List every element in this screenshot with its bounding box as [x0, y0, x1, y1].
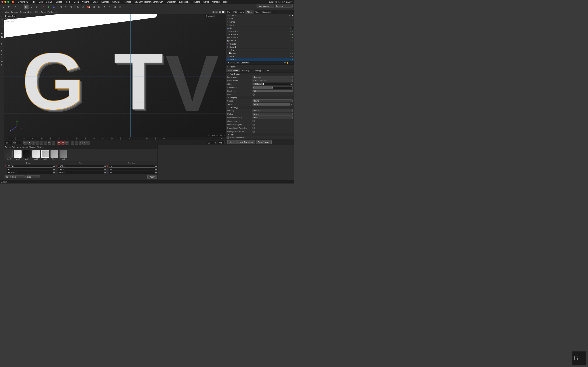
prev-key[interactable]: ◁	[32, 141, 35, 144]
vt-panel[interactable]: Panel	[41, 11, 46, 13]
sidebar-icon-11[interactable]: $	[0, 46, 3, 49]
offset-mode-dropdown[interactable]: Fixed Distance ▼	[252, 79, 293, 82]
corner-ngons-checkbox[interactable]	[252, 120, 255, 122]
animate-mode[interactable]: ⚙	[69, 5, 74, 9]
sidebar-icon-1[interactable]: ⬡	[0, 11, 3, 14]
pos-z-input[interactable]: -68.425 cm	[7, 171, 53, 174]
tension-slider[interactable]: 100 %	[252, 103, 290, 106]
apply-button[interactable]: Apply	[227, 140, 237, 144]
minimize-button[interactable]	[4, 1, 7, 3]
rot-h-input[interactable]: H 0 °	[109, 165, 155, 167]
pos-y-input[interactable]: 0 cm	[7, 168, 53, 171]
rounding-ngons-checkbox[interactable]	[252, 124, 255, 126]
bevel-mode-dropdown[interactable]: Chamfer ▼	[252, 76, 293, 78]
mat-1[interactable]	[50, 150, 58, 158]
pos-key[interactable]: P	[71, 141, 74, 144]
poly-snap[interactable]: ⬡	[97, 5, 102, 9]
offset-thumb[interactable]	[263, 83, 264, 85]
vt-prorender[interactable]: ProRender	[47, 11, 57, 13]
obj-boole[interactable]: ⬡ Boole ✓ ✕	[226, 55, 294, 58]
menu-tools[interactable]: Tools	[64, 1, 71, 3]
param-key[interactable]: P	[82, 141, 86, 144]
fps-end-input[interactable]: 90 F	[218, 141, 225, 144]
obj-camera1[interactable]: 📷 Camera.1 ✓ ✓	[226, 36, 294, 39]
sidebar-icon-4[interactable]: ↕	[0, 21, 3, 25]
rot-p-input[interactable]: P 0 °	[109, 168, 155, 171]
sidebar-icon-6[interactable]: ✦	[0, 28, 3, 32]
record-btn[interactable]: ⏺	[57, 141, 61, 144]
subdivision-thumb[interactable]	[272, 87, 272, 88]
pos-x-arrow[interactable]: ⬢	[53, 165, 55, 167]
limit-checkbox[interactable]	[252, 93, 255, 96]
tab-texture[interactable]: Texture	[37, 146, 43, 148]
menu-create[interactable]: Create	[45, 1, 53, 3]
sidebar-icon-12[interactable]: $	[0, 49, 3, 52]
obj-camera3[interactable]: 📷 Camera.3 ✓ ✓	[226, 30, 294, 33]
menu-plugins[interactable]: Plugins	[192, 1, 200, 3]
tab-view[interactable]: View	[17, 146, 21, 148]
obj-cylinder[interactable]: ⬡ Cylinder ✓ ✓	[226, 42, 294, 45]
cube-mode[interactable]: ⬡	[76, 5, 80, 9]
menu-file[interactable]: File	[31, 1, 36, 3]
offset-slider[interactable]: 1.013 cm	[252, 83, 290, 85]
auto-key[interactable]: ⏺	[61, 141, 65, 144]
current-frame-input[interactable]: 0 F	[5, 141, 12, 144]
mat-5[interactable]	[14, 150, 22, 158]
tab-tool[interactable]: Tool	[264, 69, 271, 72]
phong-break-rounding-checkbox[interactable]	[252, 127, 255, 129]
attr-nav-back[interactable]: ◀	[227, 61, 229, 64]
x-axis-btn[interactable]: X	[41, 5, 46, 9]
scl-key[interactable]: S	[78, 141, 82, 144]
reset-values-button[interactable]: Reset Values	[256, 140, 272, 144]
sidebar-icon-5[interactable]: ⬠	[0, 25, 3, 28]
tab-create[interactable]: Create	[5, 146, 11, 148]
select-tool[interactable]: ↖	[13, 5, 18, 9]
obj-sweep[interactable]: ∿ Sweep ✓ ✓	[226, 49, 294, 52]
mat-0[interactable]	[60, 150, 67, 158]
menu-select[interactable]: Select	[55, 1, 62, 3]
menu-script[interactable]: Script	[203, 1, 209, 3]
obj-cube[interactable]: ⬜ Cube ✓ ✓	[226, 52, 294, 55]
mat-3[interactable]	[32, 150, 40, 158]
pla-key[interactable]: ≡	[86, 141, 90, 144]
tension-arrow[interactable]: ▼	[291, 103, 293, 105]
sidebar-icon-8[interactable]: ⬤	[0, 35, 3, 38]
vt-filter[interactable]: Filter	[35, 11, 40, 13]
model-mode[interactable]: ◻	[58, 5, 63, 9]
menu-render[interactable]: Render	[123, 1, 132, 3]
size-y-arrow[interactable]: ⬢	[104, 168, 106, 170]
new-transform-button[interactable]: New Transform	[237, 140, 255, 144]
size-x-input[interactable]: 16.92 cm	[58, 165, 104, 167]
vt-options[interactable]: Options	[27, 11, 34, 13]
sidebar-icon-16[interactable]: ⚙	[0, 63, 3, 67]
size-dropdown[interactable]: Size ▼	[26, 175, 40, 178]
menu-window[interactable]: Window	[212, 1, 221, 3]
maximize-button[interactable]	[7, 1, 9, 3]
ending-dropdown[interactable]: Default ▼	[252, 113, 293, 116]
rot-key[interactable]: R	[75, 141, 78, 144]
hier-tab-bookmarks[interactable]: Bookmarks	[261, 10, 274, 14]
viewport-icon-1[interactable]: ⊞	[212, 11, 215, 13]
realtime-checkbox[interactable]	[227, 136, 229, 139]
attr-tab-edit[interactable]: Edit	[236, 62, 239, 64]
shape-dropdown[interactable]: Round ▼	[252, 100, 293, 102]
subdivision-slider[interactable]: 5	[252, 86, 293, 89]
rotate-tool[interactable]: ↻	[29, 5, 34, 9]
scale-tool[interactable]: ⊞	[24, 5, 28, 9]
sidebar-icon-3[interactable]: ⬛	[0, 18, 3, 21]
attr-tab-userdata[interactable]: User Data	[241, 62, 250, 64]
play-btn[interactable]: ▶	[35, 141, 39, 144]
vt-cameras[interactable]: Cameras	[10, 11, 18, 13]
start-frame-input[interactable]: 0 F	[14, 141, 21, 144]
paint-mode[interactable]: 🖌	[81, 5, 86, 9]
obj-camera2[interactable]: 📷 Camera.2 ✓ ✓	[226, 33, 294, 36]
vt-display[interactable]: Display	[20, 11, 26, 13]
menu-cinema4d[interactable]: Cinema 4D	[17, 1, 29, 3]
coord-system-dropdown[interactable]: Object (Rel) ▼	[5, 175, 26, 178]
key-btn[interactable]: ⬡	[65, 141, 69, 144]
menu-edit[interactable]: Edit	[38, 1, 43, 3]
menu-character[interactable]: Character	[166, 1, 177, 3]
hier-tab-file[interactable]: File	[226, 10, 232, 14]
snap-toggle[interactable]: 🧲	[86, 5, 91, 9]
node-spaces-select[interactable]: Node Spaces ▼	[257, 4, 274, 8]
